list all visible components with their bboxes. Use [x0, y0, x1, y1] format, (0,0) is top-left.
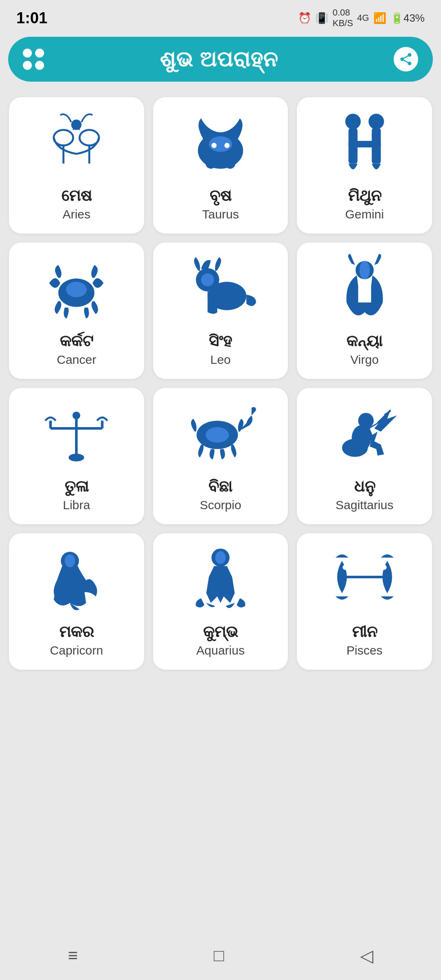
taurus-english-name: Taurus: [202, 207, 239, 221]
network-4g: 4G: [357, 13, 369, 23]
svg-point-29: [206, 427, 229, 443]
alarm-icon: ⏰: [298, 12, 311, 24]
data-speed: 0.08KB/S: [332, 7, 353, 29]
aries-odia-name: ମେଷ: [61, 187, 92, 205]
svg-point-11: [368, 114, 384, 129]
share-icon: [399, 52, 413, 67]
signal-icon: 📶: [373, 12, 386, 24]
libra-symbol: [38, 396, 115, 474]
cancer-odia-name: କର୍କଟ: [60, 332, 93, 350]
sagittarius-symbol: [326, 396, 403, 474]
vibrate-icon: 📳: [315, 12, 328, 24]
back-nav-icon[interactable]: ◁: [360, 946, 373, 966]
app-header: ଶୁଭ ଅପରାହ୍ନ: [8, 37, 433, 82]
aquarius-english-name: Aquarius: [196, 644, 245, 657]
pisces-english-name: Pisces: [346, 644, 382, 657]
zodiac-card-capricorn[interactable]: ମକରCapricorn: [9, 533, 144, 670]
svg-point-21: [359, 261, 370, 279]
svg-point-37: [65, 555, 75, 568]
zodiac-card-scorpio[interactable]: ବିଛାScorpio: [153, 388, 288, 524]
aries-english-name: Aries: [62, 207, 90, 221]
aquarius-symbol: [182, 541, 259, 619]
zodiac-grid: ମେଷAries ବୃଷTaurus ମିଥୁନGemini: [0, 86, 441, 681]
svg-point-26: [69, 454, 84, 461]
gemini-english-name: Gemini: [345, 207, 384, 221]
svg-point-9: [224, 143, 229, 148]
menu-nav-icon[interactable]: ≡: [68, 946, 78, 965]
gemini-symbol: [326, 105, 403, 183]
pisces-symbol: [326, 541, 403, 619]
zodiac-card-aries[interactable]: ମେଷAries: [9, 97, 144, 234]
virgo-english-name: Virgo: [350, 353, 379, 367]
gemini-odia-name: ମିଥୁନ: [348, 187, 381, 205]
pisces-odia-name: ମୀନ: [352, 623, 377, 641]
scorpio-odia-name: ବିଛା: [208, 478, 232, 496]
sagittarius-english-name: Sagittarius: [336, 498, 394, 512]
zodiac-card-cancer[interactable]: କର୍କଟCancer: [9, 243, 144, 379]
libra-english-name: Libra: [63, 498, 90, 512]
taurus-odia-name: ବୃଷ: [209, 187, 232, 205]
cancer-english-name: Cancer: [57, 353, 96, 367]
leo-english-name: Leo: [210, 353, 231, 367]
virgo-odia-name: କନ୍ୟା: [346, 332, 383, 350]
scorpio-english-name: Scorpio: [200, 498, 241, 512]
scorpio-symbol: [182, 396, 259, 474]
zodiac-card-sagittarius[interactable]: ଧନୁSagittarius: [297, 388, 432, 524]
capricorn-odia-name: ମକର: [59, 623, 94, 641]
zodiac-card-gemini[interactable]: ମିଥୁନGemini: [297, 97, 432, 234]
svg-point-27: [73, 412, 80, 419]
sagittarius-odia-name: ଧନୁ: [354, 478, 375, 496]
home-nav-icon[interactable]: □: [214, 946, 224, 965]
svg-point-2: [71, 120, 82, 130]
aquarius-odia-name: କୁମ୍ଭ: [203, 623, 238, 641]
virgo-symbol: [326, 251, 403, 328]
svg-point-39: [215, 551, 225, 564]
status-bar: 1:01 ⏰ 📳 0.08KB/S 4G 📶 🔋43%: [0, 0, 441, 33]
grid-menu-icon[interactable]: [23, 49, 44, 70]
svg-point-32: [358, 413, 374, 428]
svg-point-10: [345, 114, 361, 129]
svg-point-42: [381, 565, 387, 570]
share-button[interactable]: [394, 47, 418, 71]
capricorn-english-name: Capricorn: [50, 644, 103, 657]
zodiac-card-leo[interactable]: ସିଂହLeo: [153, 243, 288, 379]
zodiac-card-pisces[interactable]: ମୀନPisces: [297, 533, 432, 670]
svg-point-41: [343, 565, 348, 570]
aries-symbol: [38, 105, 115, 183]
zodiac-card-taurus[interactable]: ବୃଷTaurus: [153, 97, 288, 234]
leo-symbol: [182, 251, 259, 328]
svg-point-8: [212, 143, 217, 148]
status-icons: ⏰ 📳 0.08KB/S 4G 📶 🔋43%: [298, 7, 425, 29]
zodiac-card-virgo[interactable]: କନ୍ୟାVirgo: [297, 243, 432, 379]
svg-point-19: [201, 273, 214, 286]
zodiac-card-aquarius[interactable]: କୁମ୍ଭAquarius: [153, 533, 288, 670]
svg-rect-6: [209, 162, 232, 167]
svg-point-16: [66, 282, 87, 297]
battery-icon: 🔋43%: [390, 12, 425, 24]
taurus-symbol: [182, 105, 259, 183]
leo-odia-name: ସିଂହ: [209, 332, 232, 350]
bottom-nav: ≡ □ ◁: [0, 935, 441, 980]
status-time: 1:01: [16, 9, 47, 27]
libra-odia-name: ତୁଳା: [65, 478, 89, 496]
svg-rect-14: [348, 141, 381, 147]
cancer-symbol: [38, 251, 115, 328]
zodiac-card-libra[interactable]: ତୁଳାLibra: [9, 388, 144, 524]
header-title: ଶୁଭ ଅପରାହ୍ନ: [160, 47, 278, 72]
capricorn-symbol: [38, 541, 115, 619]
